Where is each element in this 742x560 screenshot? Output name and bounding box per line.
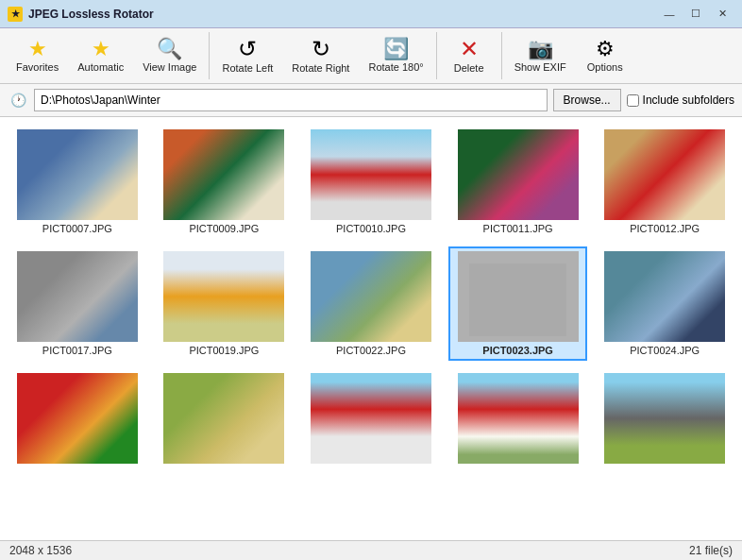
address-bar: 🕐 Browse... Include subfolders (0, 84, 742, 117)
favorites-button[interactable]: ★ Favorites (8, 34, 67, 77)
photo-filename: PICT0017.JPG (42, 345, 112, 356)
photo-thumbnail (458, 251, 579, 342)
photo-filename: PICT0010.JPG (336, 223, 406, 234)
photo-thumbnail (311, 251, 431, 342)
photo-thumbnail (17, 373, 138, 464)
app-title: JPEG Lossless Rotator (28, 8, 154, 21)
photo-filename: PICT0019.JPG (189, 345, 259, 356)
list-item[interactable]: PICT0017.JPG (8, 246, 147, 361)
subfolders-checkbox[interactable] (627, 94, 639, 107)
list-item[interactable] (8, 368, 147, 471)
list-item[interactable]: PICT0024.JPG (595, 246, 734, 361)
favorites-icon: ★ (28, 39, 47, 59)
rotate-left-icon: ↺ (238, 38, 257, 60)
delete-button[interactable]: ✕ Delete (441, 33, 497, 78)
delete-label: Delete (454, 62, 484, 74)
rotate-180-label: Rotate 180° (368, 61, 423, 73)
history-button[interactable]: 🕐 (8, 90, 28, 110)
photo-filename: PICT0012.JPG (630, 223, 700, 234)
list-item[interactable] (155, 368, 295, 471)
photo-thumbnail (458, 129, 579, 220)
maximize-button[interactable]: ☐ (683, 4, 708, 25)
subfolders-text: Include subfolders (643, 93, 734, 107)
list-item[interactable]: PICT0011.JPG (448, 125, 588, 239)
camera-icon: 📷 (528, 39, 553, 59)
automatic-icon: ★ (92, 39, 110, 59)
image-dimensions: 2048 x 1536 (9, 544, 72, 557)
photo-gallery: PICT0007.JPGPICT0009.JPGPICT0010.JPGPICT… (0, 117, 742, 540)
photo-thumbnail (163, 373, 284, 464)
photo-thumbnail (604, 129, 725, 220)
rotate-left-label: Rotate Left (222, 62, 273, 74)
path-input[interactable] (34, 89, 548, 111)
subfolders-checkbox-label[interactable]: Include subfolders (627, 93, 734, 107)
view-image-label: View Image (143, 61, 196, 73)
toolbar: ★ Favorites ★ Automatic 🔍 View Image ↺ R… (0, 28, 742, 84)
photo-thumbnail (17, 129, 138, 220)
toolbar-separator-3 (501, 32, 502, 79)
app-icon: ★ (8, 7, 23, 22)
close-button[interactable]: ✕ (710, 4, 734, 25)
list-item[interactable]: PICT0009.JPG (155, 125, 295, 239)
photo-filename: PICT0022.JPG (336, 345, 406, 356)
photo-thumbnail (604, 251, 725, 342)
list-item[interactable] (301, 368, 441, 471)
main-content: PICT0007.JPGPICT0009.JPGPICT0010.JPGPICT… (0, 117, 742, 540)
photo-thumbnail (311, 129, 431, 220)
title-bar: ★ JPEG Lossless Rotator — ☐ ✕ (0, 0, 742, 28)
minimize-button[interactable]: — (657, 4, 682, 25)
status-bar: 2048 x 1536 21 file(s) (0, 540, 742, 560)
favorites-label: Favorites (16, 61, 59, 73)
gear-icon: ⚙ (596, 39, 615, 59)
rotate-right-icon: ↻ (312, 38, 330, 60)
photo-thumbnail (604, 373, 725, 464)
list-item[interactable]: PICT0007.JPG (8, 125, 147, 239)
list-item[interactable]: PICT0012.JPG (595, 125, 734, 239)
list-item[interactable]: PICT0022.JPG (301, 246, 441, 361)
photo-filename: PICT0024.JPG (630, 345, 700, 356)
browse-button[interactable]: Browse... (553, 89, 621, 111)
options-label: Options (587, 61, 623, 73)
photo-thumbnail (458, 373, 579, 464)
show-exif-button[interactable]: 📷 Show EXIF (506, 34, 575, 77)
rotate-right-label: Rotate Right (292, 62, 349, 74)
automatic-button[interactable]: ★ Automatic (69, 34, 132, 77)
photo-filename: PICT0007.JPG (42, 223, 112, 234)
list-item[interactable]: PICT0019.JPG (155, 246, 295, 361)
rotate-left-button[interactable]: ↺ Rotate Left (213, 33, 281, 78)
photo-filename: PICT0023.JPG (482, 345, 553, 356)
file-count: 21 file(s) (689, 544, 733, 557)
photo-thumbnail (163, 251, 284, 342)
photo-thumbnail (17, 251, 138, 342)
list-item[interactable]: PICT0023.JPG (448, 246, 588, 361)
photo-filename: PICT0009.JPG (189, 223, 259, 234)
toolbar-separator-2 (436, 32, 437, 79)
view-image-icon: 🔍 (157, 39, 182, 59)
list-item[interactable] (595, 368, 734, 471)
show-exif-label: Show EXIF (514, 61, 566, 73)
photo-filename: PICT0011.JPG (483, 223, 553, 234)
toolbar-separator-1 (209, 32, 210, 79)
rotate-right-button[interactable]: ↻ Rotate Right (283, 33, 358, 78)
list-item[interactable]: PICT0010.JPG (301, 125, 441, 239)
rotate-180-icon: 🔄 (383, 39, 409, 59)
options-button[interactable]: ⚙ Options (577, 34, 633, 77)
list-item[interactable] (448, 368, 588, 471)
automatic-label: Automatic (77, 61, 124, 73)
delete-icon: ✕ (460, 38, 479, 60)
photo-thumbnail (311, 373, 431, 464)
photo-thumbnail (163, 129, 284, 220)
rotate-180-button[interactable]: 🔄 Rotate 180° (360, 34, 431, 77)
window-controls: — ☐ ✕ (657, 4, 734, 25)
view-image-button[interactable]: 🔍 View Image (134, 34, 205, 77)
